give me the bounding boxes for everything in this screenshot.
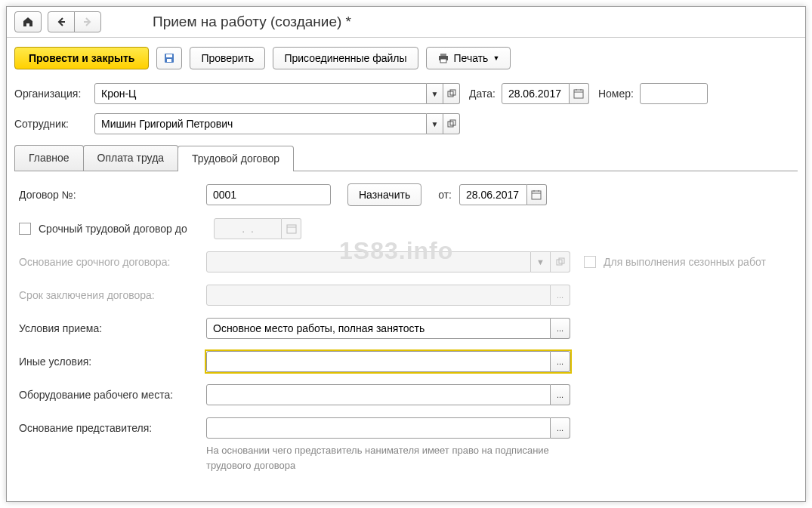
save-button[interactable] (156, 47, 182, 69)
fixed-term-date-input[interactable] (214, 218, 282, 239)
svg-rect-3 (166, 54, 172, 57)
toolbar: Провести и закрыть Проверить Присоединен… (7, 38, 805, 79)
rep-basis-label: Основание представителя: (19, 422, 199, 434)
dropdown-button[interactable]: ▼ (427, 83, 443, 104)
from-label: от: (438, 189, 452, 201)
rep-basis-input[interactable] (206, 417, 551, 439)
dropdown-button[interactable]: ▼ (427, 113, 443, 134)
svg-rect-20 (287, 225, 296, 233)
calendar-button[interactable] (527, 184, 547, 205)
seasonal-label: Для выполнения сезонных работ (604, 256, 766, 268)
assign-button[interactable]: Назначить (347, 183, 421, 206)
open-button[interactable] (443, 113, 460, 134)
date-label: Дата: (469, 88, 496, 100)
svg-rect-5 (440, 54, 446, 56)
contract-number-input[interactable] (206, 184, 331, 205)
basis-input (206, 251, 531, 272)
basis-label: Основание срочного договора: (19, 256, 199, 268)
svg-rect-16 (532, 191, 541, 199)
fixed-term-checkbox[interactable] (19, 223, 31, 235)
other-conditions-input[interactable] (206, 351, 551, 372)
tabs: Главное Оплата труда Трудовой договор (14, 145, 798, 171)
open-button (551, 251, 570, 272)
ellipsis-button[interactable]: ... (551, 351, 570, 372)
open-button[interactable] (443, 83, 460, 104)
hint-text: На основании чего представитель нанимате… (206, 443, 554, 473)
number-input[interactable] (640, 83, 708, 104)
forward-button[interactable] (74, 11, 101, 32)
ellipsis-button[interactable]: ... (551, 384, 570, 405)
from-date-input[interactable] (459, 184, 527, 205)
employee-label: Сотрудник: (14, 118, 88, 130)
svg-rect-4 (167, 59, 171, 62)
calendar-button (282, 218, 301, 239)
term-label: Срок заключения договора: (19, 289, 199, 301)
title-bar: Прием на работу (создание) * (7, 7, 805, 38)
back-button[interactable] (48, 11, 75, 32)
contract-number-label: Договор №: (19, 189, 199, 201)
print-button[interactable]: Печать ▼ (426, 47, 511, 69)
chevron-down-icon: ▼ (492, 54, 499, 62)
fixed-term-label: Срочный трудовой договор до (39, 223, 206, 235)
tab-content: Договор №: Назначить от: Срочный трудово… (7, 171, 805, 485)
term-input (206, 285, 551, 306)
seasonal-checkbox (584, 256, 596, 268)
print-label: Печать (454, 52, 489, 64)
number-label: Номер: (598, 88, 634, 100)
tab-pay[interactable]: Оплата труда (83, 145, 179, 171)
svg-rect-10 (574, 90, 583, 98)
date-input[interactable] (502, 83, 570, 104)
conditions-input[interactable] (206, 318, 551, 339)
conditions-label: Условия приема: (19, 322, 199, 334)
post-and-close-button[interactable]: Провести и закрыть (14, 47, 149, 69)
equipment-input[interactable] (206, 384, 551, 405)
org-label: Организация: (14, 88, 88, 100)
svg-rect-7 (440, 59, 446, 63)
other-label: Иные условия: (19, 356, 199, 368)
home-button[interactable] (14, 11, 42, 32)
dropdown-button: ▼ (531, 251, 551, 272)
tab-contract[interactable]: Трудовой договор (178, 146, 294, 171)
calendar-button[interactable] (570, 83, 589, 104)
tab-main[interactable]: Главное (14, 145, 84, 171)
ellipsis-button[interactable]: ... (551, 318, 570, 339)
org-input[interactable] (94, 83, 427, 104)
attached-files-button[interactable]: Присоединенные файлы (273, 47, 418, 69)
equipment-label: Оборудование рабочего места: (19, 389, 199, 401)
ellipsis-button: ... (551, 285, 570, 306)
check-button[interactable]: Проверить (190, 47, 265, 69)
page-title: Прием на работу (создание) * (153, 14, 351, 30)
employee-input[interactable] (94, 113, 427, 134)
ellipsis-button[interactable]: ... (551, 417, 570, 439)
